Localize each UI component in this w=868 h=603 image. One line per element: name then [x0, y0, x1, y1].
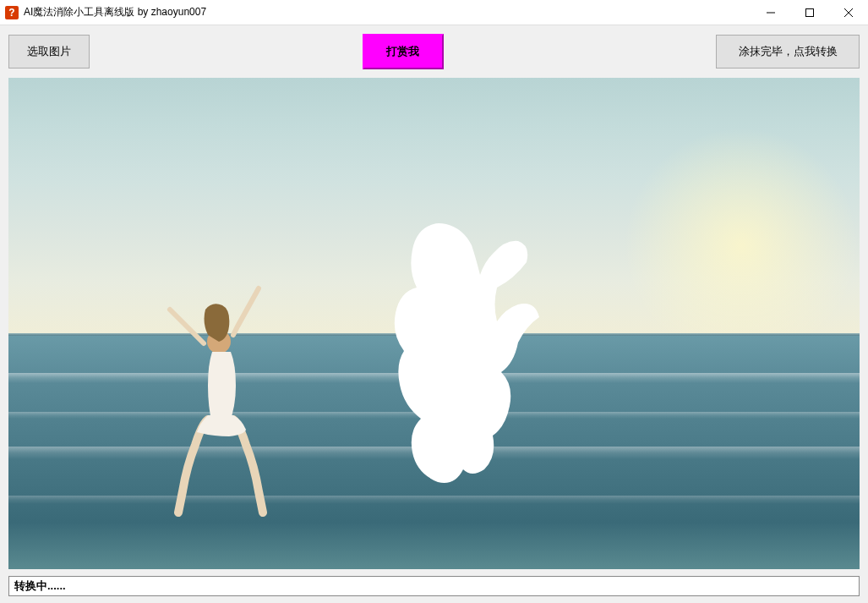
svg-rect-1: [806, 8, 814, 16]
image-canvas[interactable]: [8, 78, 860, 569]
donate-button[interactable]: 打赏我: [363, 34, 444, 69]
window-controls: [751, 0, 868, 25]
toolbar: 选取图片 打赏我 涂抹完毕，点我转换: [8, 34, 860, 69]
minimize-button[interactable]: [751, 0, 790, 25]
title-left: ? AI魔法消除小工具离线版 by zhaoyun007: [5, 5, 206, 19]
minimize-icon: [767, 8, 775, 17]
title-bar: ? AI魔法消除小工具离线版 by zhaoyun007: [0, 0, 868, 25]
maximize-button[interactable]: [790, 0, 829, 25]
content-area: 选取图片 打赏我 涂抹完毕，点我转换 转换中......: [0, 25, 868, 603]
status-text: 转换中......: [14, 578, 66, 594]
person-figure: [161, 284, 297, 521]
close-button[interactable]: [829, 0, 868, 25]
convert-button[interactable]: 涂抹完毕，点我转换: [716, 35, 860, 69]
status-bar: 转换中......: [8, 576, 860, 596]
sun-glow: [623, 127, 860, 364]
app-icon: ?: [5, 6, 19, 19]
close-icon: [844, 8, 853, 17]
window-title: AI魔法消除小工具离线版 by zhaoyun007: [24, 5, 206, 19]
app-icon-label: ?: [8, 7, 14, 19]
paint-mask: [349, 216, 543, 503]
maximize-icon: [805, 8, 814, 17]
select-image-button[interactable]: 选取图片: [8, 35, 90, 69]
